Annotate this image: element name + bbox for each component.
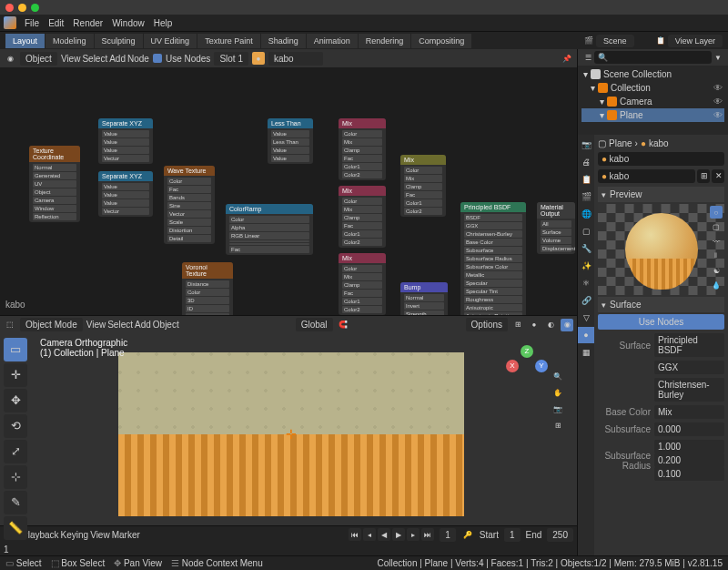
- playhead[interactable]: 1: [4, 545, 573, 555]
- workspace-tab-uv-editing[interactable]: UV Editing: [144, 34, 197, 48]
- breadcrumb-object[interactable]: Plane: [609, 138, 632, 148]
- breadcrumb-material[interactable]: kabo: [649, 138, 669, 148]
- use-nodes-button[interactable]: Use Nodes: [598, 314, 724, 330]
- camera-icon[interactable]: 📷: [551, 403, 564, 416]
- outliner-search[interactable]: 🔍: [594, 51, 712, 64]
- ssr-y[interactable]: 0.200: [654, 453, 724, 467]
- material-name-field[interactable]: ● kabo: [598, 169, 695, 183]
- editor-type-icon[interactable]: ☰: [581, 51, 594, 64]
- timeline-track[interactable]: 1: [0, 543, 577, 555]
- node-mix4[interactable]: MixColorMixClampFacColor1Color2: [400, 155, 446, 217]
- preview-fluid-icon[interactable]: 💧: [710, 279, 723, 291]
- preview-plane-icon[interactable]: ▢: [710, 220, 723, 233]
- node-colorramp[interactable]: ColorRampColorAlphaRGB LinearFac: [226, 204, 313, 255]
- options-dropdown[interactable]: Options: [466, 318, 508, 331]
- tab-modifiers[interactable]: 🔧: [578, 240, 594, 257]
- node-lt[interactable]: Less ThanValueLess ThanValueValue: [268, 118, 313, 164]
- tab-texture[interactable]: ▦: [578, 344, 594, 361]
- menu-select[interactable]: Select: [82, 54, 107, 64]
- menu-window[interactable]: Window: [107, 16, 149, 30]
- outliner-scene-collection[interactable]: ▾ Scene Collection: [581, 67, 724, 81]
- tool-rotate[interactable]: ⟲: [4, 414, 27, 438]
- tool-scale[interactable]: ⤢: [4, 440, 27, 463]
- node-output[interactable]: Material OutputAllSurfaceVolumeDisplacem…: [537, 202, 575, 254]
- maximize-window-icon[interactable]: [31, 4, 39, 12]
- subsurface-method[interactable]: Christensen-Burley: [654, 378, 724, 402]
- current-frame[interactable]: 1: [440, 528, 456, 542]
- menu-keying[interactable]: Keying: [61, 530, 89, 540]
- shading-material-icon[interactable]: ◐: [544, 319, 557, 331]
- tab-scene[interactable]: 🎬: [578, 188, 594, 205]
- workspace-tab-animation[interactable]: Animation: [307, 34, 358, 48]
- tab-particles[interactable]: ✨: [578, 258, 594, 274]
- play-icon[interactable]: ▶: [392, 528, 405, 541]
- viewlayer-selector[interactable]: View Layer: [668, 35, 723, 47]
- tab-object[interactable]: ▢: [578, 223, 594, 239]
- menu-select[interactable]: Select: [107, 320, 133, 330]
- menu-view[interactable]: View: [86, 320, 106, 330]
- node-bsdf[interactable]: Principled BSDFBSDFGGXChristensen-Burley…: [460, 202, 526, 316]
- shading-solid-icon[interactable]: ●: [528, 319, 541, 331]
- tool-cursor[interactable]: ✛: [4, 363, 27, 387]
- preview-cloth-icon[interactable]: 〰: [710, 235, 723, 248]
- preview-sphere-icon[interactable]: ○: [710, 206, 723, 219]
- start-frame[interactable]: 1: [504, 528, 521, 542]
- play-reverse-icon[interactable]: ◀: [378, 528, 390, 541]
- preview-shaderball-icon[interactable]: ☯: [710, 264, 723, 277]
- pin-icon[interactable]: 📌: [561, 52, 573, 65]
- tool-measure[interactable]: 📏: [4, 516, 27, 540]
- subsurface-value[interactable]: 0.000: [654, 422, 724, 436]
- surface-panel-header[interactable]: ▾ Surface: [598, 297, 724, 312]
- shader-node-editor[interactable]: ◉ Object ViewSelectAddNode Use Nodes Slo…: [0, 49, 577, 316]
- menu-view[interactable]: View: [90, 530, 110, 540]
- shading-rendered-icon[interactable]: ◉: [561, 319, 573, 331]
- tab-viewlayer[interactable]: 📋: [578, 171, 594, 188]
- node-sepxyz2[interactable]: Separate XYZValueValueValueVector: [98, 171, 153, 217]
- menu-object[interactable]: Object: [153, 320, 179, 330]
- menu-help[interactable]: Help: [149, 16, 177, 30]
- tab-mesh[interactable]: ▽: [578, 310, 594, 326]
- editor-type-icon[interactable]: ⬚: [4, 319, 16, 331]
- ssr-x[interactable]: 1.000: [654, 440, 724, 453]
- navigation-gizmo[interactable]: X Z Y: [504, 343, 550, 389]
- menu-view[interactable]: View: [61, 54, 81, 64]
- menu-edit[interactable]: Edit: [44, 16, 68, 30]
- node-mix1[interactable]: MixColorMixClampFacColor1Color2: [339, 118, 386, 180]
- node-mix2[interactable]: MixColorMixClampFacColor1Color2: [339, 186, 386, 248]
- pan-icon[interactable]: ✋: [551, 387, 564, 400]
- tool-select[interactable]: ▭: [4, 338, 27, 361]
- base-color[interactable]: Mix: [654, 405, 724, 419]
- menu-add[interactable]: Add: [135, 320, 151, 330]
- menu-add[interactable]: Add: [109, 54, 126, 64]
- snap-icon[interactable]: 🧲: [337, 319, 349, 331]
- menu-node[interactable]: Node: [127, 54, 149, 64]
- use-nodes-checkbox[interactable]: [153, 54, 162, 63]
- material-name-field[interactable]: kabo: [268, 52, 323, 66]
- node-voronoi[interactable]: Voronoi TextureDistanceColor3DIDPosition…: [182, 262, 233, 316]
- unlink-material-icon[interactable]: ✕: [712, 169, 724, 183]
- minimize-window-icon[interactable]: [18, 4, 26, 12]
- menu-file[interactable]: File: [20, 16, 44, 30]
- perspective-icon[interactable]: ⊞: [551, 420, 564, 433]
- material-slot[interactable]: ● kabo: [598, 152, 724, 166]
- tab-material[interactable]: ●: [578, 327, 594, 343]
- node-mix3[interactable]: MixColorMixClampFacColor1Color2: [339, 253, 386, 315]
- surface-shader[interactable]: Principled BSDF: [654, 333, 724, 357]
- new-material-icon[interactable]: ⊞: [697, 169, 710, 183]
- tab-physics[interactable]: ⚛: [578, 275, 594, 291]
- node-texcoord[interactable]: Texture CoordinateNormalGeneratedUVObjec…: [29, 146, 80, 222]
- tab-constraints[interactable]: 🔗: [578, 292, 594, 309]
- slot-selector[interactable]: Slot 1: [214, 52, 248, 66]
- end-frame[interactable]: 250: [547, 528, 573, 542]
- menu-marker[interactable]: Marker: [112, 530, 140, 540]
- jump-start-icon[interactable]: ⏮: [349, 528, 361, 541]
- preview-hair-icon[interactable]: ⫴: [710, 249, 723, 262]
- tab-render[interactable]: 📷: [578, 137, 594, 153]
- node-wave[interactable]: Wave TextureColorFacBandsSineVectorScale…: [164, 166, 215, 244]
- editor-type-icon[interactable]: ◉: [4, 52, 16, 65]
- tool-transform[interactable]: ⊹: [4, 465, 27, 489]
- workspace-tab-modeling[interactable]: Modeling: [46, 34, 94, 48]
- distribution[interactable]: GGX: [654, 361, 724, 374]
- node-bump[interactable]: BumpNormalInvertStrengthDistanceHeightNo…: [400, 282, 448, 316]
- tab-output[interactable]: 🖨: [578, 154, 594, 170]
